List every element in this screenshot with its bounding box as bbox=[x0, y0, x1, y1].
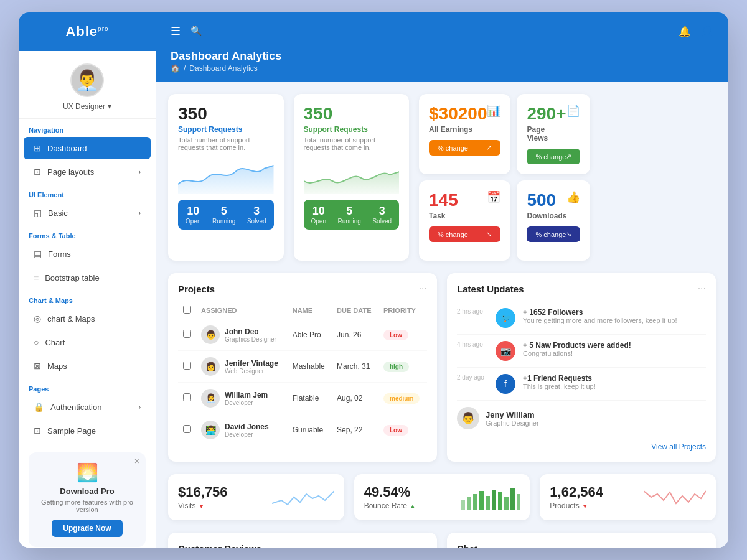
downloads-label: Downloads bbox=[527, 212, 566, 220]
topbar-icons: 🔔 👤 bbox=[679, 26, 713, 37]
sidebar-item-authentication[interactable]: 🔒 Authentication › bbox=[24, 396, 151, 418]
stat-card-downloads: 500 Downloads 👍 % change ↘ bbox=[517, 180, 590, 261]
sidebar-item-page-layouts[interactable]: ⊡ Page layouts › bbox=[24, 161, 151, 183]
company-cell: Guruable bbox=[288, 414, 332, 446]
svg-rect-8 bbox=[510, 488, 515, 510]
due-date-cell: March, 31 bbox=[332, 351, 378, 383]
person-role: Developer bbox=[225, 431, 269, 438]
company-cell: Able Pro bbox=[288, 319, 332, 351]
update-icon: 📷 bbox=[496, 341, 515, 361]
stat-card-support-blue: 350 Support Requests Total number of sup… bbox=[168, 94, 284, 261]
chat-panel: Chat ··· bbox=[447, 533, 716, 548]
products-label: Products ▼ bbox=[550, 502, 644, 510]
earnings-label: All Earnings bbox=[429, 125, 487, 134]
row-checkbox[interactable] bbox=[183, 425, 191, 433]
pageviews-number: 290+ bbox=[527, 104, 566, 124]
stat-chart-green bbox=[304, 156, 400, 194]
thumb-icon: 👍 bbox=[566, 190, 580, 204]
stat-card-task: 145 Task 📅 % change ↘ bbox=[419, 180, 510, 261]
svg-rect-5 bbox=[492, 490, 496, 510]
bounce-chart bbox=[458, 485, 520, 510]
pageviews-change-btn[interactable]: % change ↗ bbox=[527, 149, 580, 164]
projects-panel: Projects ··· ASSIGNED NAME DUE DATE PRIO… bbox=[168, 273, 437, 462]
basic-icon: ◱ bbox=[34, 208, 42, 218]
bar-chart-icon: 📊 bbox=[487, 104, 500, 118]
upgrade-button[interactable]: Upgrade Now bbox=[52, 520, 122, 537]
mini-stat-grid: $30200 All Earnings 📊 % change ↗ bbox=[419, 94, 590, 261]
sidebar-item-bootstrap-table[interactable]: ≡ Bootstrap table bbox=[24, 266, 151, 289]
person-avatar: 👨‍💻 bbox=[201, 421, 220, 439]
stat-cards-row: 350 Support Requests Total number of sup… bbox=[168, 94, 716, 261]
update-icon: 🐦 bbox=[496, 308, 515, 328]
view-all-link[interactable]: View all Projects bbox=[651, 442, 706, 451]
content-area: 350 Support Requests Total number of sup… bbox=[156, 82, 728, 548]
task-number: 145 bbox=[429, 190, 458, 210]
sidebar-item-chart-maps[interactable]: ◎ chart & Maps bbox=[24, 307, 151, 330]
chat-menu[interactable]: ··· bbox=[698, 543, 706, 548]
table-row: 👨‍💻 David Jones Developer Guruable Sep, … bbox=[178, 414, 427, 446]
maps-icon: ⊠ bbox=[34, 361, 41, 371]
priority-cell: Low bbox=[378, 414, 427, 446]
updates-menu[interactable]: ··· bbox=[698, 283, 706, 294]
task-change-btn[interactable]: % change ↘ bbox=[429, 226, 500, 242]
sidebar-item-basic[interactable]: ◱ Basic › bbox=[24, 202, 151, 224]
svg-rect-1 bbox=[467, 497, 471, 510]
stat-card-pageviews: 290+ Page Views 📄 % change ↗ bbox=[517, 94, 590, 174]
chart-section-label: Chart & Maps bbox=[19, 289, 156, 307]
select-all-checkbox[interactable] bbox=[183, 306, 191, 314]
notification-icon[interactable]: 🔔 bbox=[679, 26, 691, 37]
breadcrumb: 🏠 / Dashboard Analytics bbox=[171, 64, 713, 73]
page-title: Dashboard Analytics bbox=[171, 50, 713, 63]
person-cell: 👨 John Deo Graphics Designer bbox=[201, 325, 283, 344]
promo-desc: Getting more features with pro version bbox=[39, 498, 136, 513]
user-role[interactable]: UX Designer ▾ bbox=[63, 102, 111, 111]
stat-number: 350 bbox=[178, 104, 274, 124]
reviews-title: Customer Reviews bbox=[178, 543, 261, 548]
person-name: David Jones bbox=[225, 422, 269, 431]
last-row: Customer Reviews ··· Chat ··· bbox=[168, 533, 716, 548]
search-button[interactable]: 🔍 bbox=[190, 26, 669, 37]
projects-menu[interactable]: ··· bbox=[419, 283, 427, 294]
sidebar-item-chart[interactable]: ○ Chart bbox=[24, 331, 151, 353]
svg-rect-7 bbox=[504, 497, 509, 510]
products-card: 1,62,564 Products ▼ bbox=[540, 474, 716, 520]
logo: Ablepro bbox=[65, 24, 108, 40]
menu-button[interactable]: ☰ bbox=[171, 24, 181, 38]
calendar-icon: 📅 bbox=[487, 190, 500, 204]
sidebar-header: Ablepro bbox=[19, 12, 156, 51]
earnings-change-btn[interactable]: % change ↗ bbox=[429, 140, 500, 156]
update-item: 2 hrs ago 🐦 + 1652 Followers You're gett… bbox=[457, 302, 706, 335]
home-icon[interactable]: 🏠 bbox=[171, 64, 180, 73]
bounce-label: Bounce Rate ▲ bbox=[364, 502, 458, 510]
close-icon[interactable]: × bbox=[134, 456, 139, 466]
update-time: 4 hrs ago bbox=[457, 341, 488, 348]
stat-card-support-green: 350 Support Requests Total number of sup… bbox=[294, 94, 410, 261]
pageviews-label: Page Views bbox=[527, 125, 566, 142]
stat-number: 350 bbox=[304, 104, 400, 124]
user-icon[interactable]: 👤 bbox=[701, 26, 713, 37]
update-item: 2 day ago f +1 Friend Requests This is g… bbox=[457, 368, 706, 401]
projects-table: ASSIGNED NAME DUE DATE PRIORITY 👨 John D… bbox=[178, 302, 427, 446]
due-date-cell: Aug, 02 bbox=[332, 383, 378, 414]
reviews-menu[interactable]: ··· bbox=[419, 543, 427, 548]
sidebar-item-forms[interactable]: ▤ Forms bbox=[24, 243, 151, 265]
customer-reviews-panel: Customer Reviews ··· bbox=[168, 533, 437, 548]
chat-title: Chat bbox=[457, 543, 477, 548]
forms-section-label: Forms & Table bbox=[19, 225, 156, 242]
update-time: 2 day ago bbox=[457, 374, 488, 381]
downloads-change-btn[interactable]: % change ↘ bbox=[527, 226, 580, 242]
col-assigned: ASSIGNED bbox=[196, 302, 288, 319]
row-checkbox[interactable] bbox=[183, 330, 191, 338]
update-subtext: This is great, keep it up! bbox=[523, 383, 596, 390]
row-checkbox[interactable] bbox=[183, 362, 191, 370]
bottom-stats-row: $16,756 Visits ▼ 49.54% bbox=[168, 474, 716, 520]
update-subtext: Congratulations! bbox=[523, 350, 631, 357]
file-icon: 📄 bbox=[566, 104, 580, 118]
products-chart bbox=[644, 485, 706, 510]
sidebar-item-dashboard[interactable]: ⊞ Dashboard bbox=[24, 137, 151, 159]
stat-label: Support Requests bbox=[304, 125, 400, 134]
row-checkbox[interactable] bbox=[183, 393, 191, 401]
person-role: Graphics Designer bbox=[225, 336, 276, 343]
sidebar-item-sample-page[interactable]: ⊡ Sample Page bbox=[24, 419, 151, 442]
sidebar-item-maps[interactable]: ⊠ Maps bbox=[24, 355, 151, 377]
